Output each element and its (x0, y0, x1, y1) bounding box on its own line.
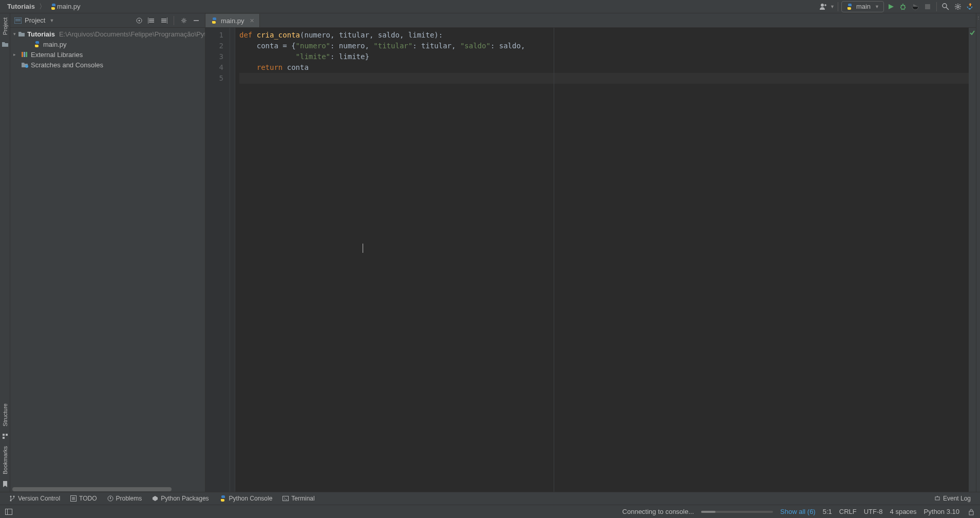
svg-rect-5 (3, 434, 5, 436)
fold-gutter[interactable] (230, 28, 235, 492)
editor-tab-main[interactable]: main.py ✕ (205, 14, 260, 27)
project-panel: Project ▼ (10, 13, 205, 492)
line-number-gutter: 12345 (205, 28, 230, 492)
tree-scratches[interactable]: Scratches and Consoles (11, 60, 204, 70)
right-margin-guide (554, 28, 554, 492)
breadcrumb-file[interactable]: main.py (47, 2, 84, 11)
svg-point-17 (25, 65, 28, 68)
run-with-coverage-button[interactable] (910, 1, 921, 12)
terminal-tab[interactable]: Terminal (277, 493, 319, 504)
search-everywhere-button[interactable] (940, 1, 951, 12)
tree-root-label: Tutoriais (27, 30, 55, 38)
text-cursor (363, 244, 363, 253)
status-show-all[interactable]: Show all (6) (780, 508, 816, 515)
breadcrumb: Tutoriais 〉 main.py (4, 2, 83, 11)
status-line-separator[interactable]: CRLF (839, 508, 857, 515)
tool-windows-icon[interactable] (4, 507, 13, 516)
todo-tab[interactable]: TODO (65, 493, 102, 504)
python-packages-tab[interactable]: Python Packages (147, 493, 214, 504)
tree-external-libs[interactable]: ▸ External Libraries (11, 49, 204, 60)
status-interpreter[interactable]: Python 3.10 (924, 508, 959, 515)
svg-rect-2 (925, 4, 930, 9)
event-log-label: Event Log (943, 495, 971, 502)
project-view-icon (14, 17, 22, 24)
expand-all-icon[interactable] (147, 16, 156, 25)
editor-tab-label: main.py (221, 17, 244, 25)
right-rail: ⋮ (976, 13, 980, 492)
chevron-down-icon: ▼ (49, 18, 54, 23)
separator (936, 2, 937, 11)
hide-panel-icon[interactable] (192, 16, 201, 25)
python-file-icon (211, 17, 218, 24)
version-control-tab[interactable]: Version Control (4, 493, 65, 504)
chevron-down-icon: ▼ (830, 4, 835, 9)
todo-label: TODO (79, 495, 97, 502)
project-tree[interactable]: ▾ Tutoriais E:\Arquivos\Documents\Felipp… (10, 28, 205, 487)
svg-rect-23 (283, 496, 289, 501)
bookmarks-tool-tab[interactable]: Bookmarks (1, 442, 9, 478)
problems-tab[interactable]: Problems (102, 493, 147, 504)
python-console-label: Python Console (229, 495, 273, 502)
folder-icon (2, 41, 9, 47)
project-panel-header: Project ▼ (10, 13, 205, 28)
chevron-down-icon: ▼ (875, 4, 879, 9)
svg-rect-6 (6, 434, 8, 436)
tree-root[interactable]: ▾ Tutoriais E:\Arquivos\Documents\Felipp… (11, 29, 204, 39)
run-config-label: main (856, 3, 871, 10)
separator (174, 16, 174, 25)
tree-root-path: E:\Arquivos\Documents\Felippe\Programaçã… (59, 30, 205, 38)
svg-rect-24 (935, 497, 939, 500)
folder-icon (18, 31, 25, 37)
debug-button[interactable] (897, 1, 909, 12)
svg-rect-9 (15, 19, 21, 20)
settings-button[interactable] (952, 1, 964, 12)
select-opened-file-icon[interactable] (135, 16, 144, 25)
run-button[interactable] (885, 1, 896, 12)
python-file-icon (50, 3, 57, 10)
status-connecting: Connecting to console... (623, 508, 694, 515)
svg-rect-16 (26, 52, 27, 57)
chevron-right-icon: ▸ (13, 52, 18, 57)
close-icon[interactable]: ✕ (250, 17, 254, 24)
python-file-icon (33, 41, 41, 48)
status-indent[interactable]: 4 spaces (890, 508, 917, 515)
breadcrumb-project[interactable]: Tutoriais (4, 2, 38, 11)
code-area[interactable]: def cria_conta(numero, titular, saldo, l… (235, 28, 969, 492)
python-packages-label: Python Packages (161, 495, 209, 502)
run-configuration-selector[interactable]: main ▼ (841, 1, 884, 12)
structure-tool-tab[interactable]: Structure (1, 399, 9, 431)
svg-rect-26 (6, 509, 12, 514)
status-bar: Connecting to console... Show all (6) 5:… (0, 505, 980, 518)
svg-rect-27 (6, 509, 8, 514)
editor[interactable]: 12345 def cria_conta(numero, titular, sa… (205, 28, 976, 492)
terminal-label: Terminal (291, 495, 314, 502)
project-tool-tab[interactable]: Project (1, 13, 9, 39)
problems-label: Problems (116, 495, 142, 502)
collapse-all-icon[interactable] (159, 16, 168, 25)
editor-tabs: main.py ✕ (205, 13, 976, 28)
lock-icon[interactable] (967, 507, 976, 516)
status-encoding[interactable]: UTF-8 (864, 508, 883, 515)
svg-point-3 (943, 4, 947, 8)
ide-sync-icon[interactable] (965, 1, 976, 12)
svg-point-19 (13, 496, 15, 497)
event-log-tab[interactable]: Event Log (929, 493, 976, 504)
navigation-bar: Tutoriais 〉 main.py ▼ main ▼ (0, 0, 980, 13)
stop-button[interactable] (922, 1, 933, 12)
add-user-icon[interactable] (818, 1, 829, 12)
breadcrumb-file-label: main.py (57, 3, 81, 10)
python-icon (846, 3, 853, 10)
status-caret-position[interactable]: 5:1 (823, 508, 832, 515)
vertical-dots-icon[interactable]: ⋮ (976, 15, 980, 20)
chevron-right-icon: 〉 (39, 2, 46, 11)
python-console-tab[interactable]: Python Console (214, 493, 278, 504)
inspection-ok-icon[interactable] (969, 30, 975, 36)
svg-rect-14 (22, 52, 23, 57)
project-tree-scrollbar[interactable] (10, 487, 205, 492)
tree-external-libs-label: External Libraries (31, 51, 83, 59)
project-panel-title[interactable]: Project (25, 16, 45, 24)
tree-file-label: main.py (43, 41, 67, 48)
panel-settings-icon[interactable] (179, 16, 189, 25)
tree-file-main[interactable]: main.py (11, 39, 204, 49)
editor-scrollbar[interactable] (969, 28, 976, 492)
